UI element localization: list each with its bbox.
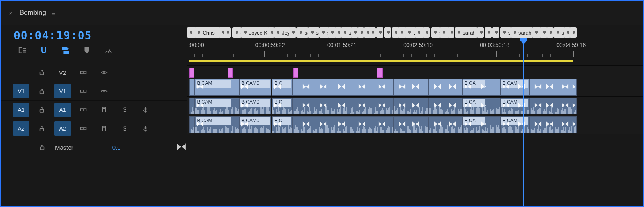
clip[interactable]: B CAM [500,98,530,114]
clip[interactable]: B C [272,98,292,114]
sync-lock-icon[interactable] [78,123,89,134]
clip[interactable]: B CAM [500,116,530,133]
master-value[interactable]: 0.0 [112,144,121,151]
track-target-a2[interactable]: A2 [54,121,71,136]
clip[interactable]: B CA [462,79,486,96]
marker-chip[interactable] [423,27,430,38]
clip[interactable] [292,79,393,96]
work-area-bar[interactable] [189,60,573,62]
clip[interactable]: B CAM0 [239,79,271,96]
clip[interactable] [232,98,239,114]
close-icon[interactable]: × [9,10,12,16]
clip[interactable] [189,79,195,96]
marker-chip[interactable]: s [431,27,440,38]
marker-chip[interactable] [289,27,296,38]
clip[interactable] [232,116,239,133]
time-ruler[interactable]: :00:0000:00:59:2200:01:59:2100:02:59:190… [187,40,643,65]
marker-chip[interactable] [546,27,554,38]
timeline-body[interactable]: CChrisJJoyce KJoysasasssaLLiLsssarahsasa… [187,25,643,206]
source-patch-a2[interactable]: A2 [13,121,29,136]
marker-chip[interactable] [492,27,499,38]
clip[interactable] [393,116,429,133]
clip[interactable] [377,68,383,78]
track-lane-v1[interactable]: B CAMB CAM0B CB CAB CAM [187,78,643,96]
track-lane-v2[interactable] [187,65,643,78]
solo-button[interactable]: S [123,106,126,113]
eye-icon[interactable] [98,86,110,97]
clip[interactable]: B C [272,116,292,133]
clip[interactable] [393,79,429,96]
voiceover-icon[interactable] [140,104,151,115]
clip[interactable] [189,116,195,133]
clip[interactable]: B CAM [194,98,232,114]
clip[interactable] [486,98,501,114]
clip[interactable]: B CAM0 [239,98,271,114]
playhead[interactable] [523,40,524,206]
marker-chip[interactable] [369,27,376,38]
clip[interactable]: B CAM0 [239,116,271,133]
marker-chip[interactable]: J [232,27,242,38]
clip[interactable] [529,116,576,133]
clip[interactable] [292,116,393,133]
solo-button[interactable]: S [123,125,126,132]
clip[interactable] [529,98,576,114]
clip[interactable] [189,68,195,78]
current-timecode[interactable]: 00:04:19:05 [14,29,92,42]
eye-icon[interactable] [98,67,110,78]
panel-menu-icon[interactable]: ≡ [52,10,56,16]
clip[interactable] [429,116,462,133]
marker-chip[interactable] [569,27,577,38]
clip[interactable]: B CAM [194,79,232,96]
settings-icon[interactable] [104,45,113,55]
linked-selection-icon[interactable] [61,45,70,55]
clip[interactable] [486,79,501,96]
clip[interactable] [393,98,429,114]
marker-chip[interactable]: sarah [455,27,477,38]
marker-chip[interactable]: sa [341,27,352,38]
clip[interactable] [429,98,462,114]
marker-chip[interactable]: sa [500,27,512,38]
clip[interactable] [529,79,576,96]
sync-lock-icon[interactable] [78,86,89,97]
clip[interactable] [429,79,462,96]
mute-button[interactable]: M [102,106,106,113]
clip[interactable] [292,98,393,114]
clip[interactable] [232,79,239,96]
clip[interactable] [189,98,195,114]
track-target-a1[interactable]: A1 [54,103,71,117]
track-lane-a1[interactable]: B CAMB CAM0B CB CAB CAM [187,96,643,115]
nest-icon[interactable] [18,45,27,55]
clip[interactable]: B CA [462,98,486,114]
clip[interactable]: B CA [462,116,486,133]
marker-chip[interactable] [384,27,391,38]
clip[interactable] [293,68,299,78]
mute-button[interactable]: M [102,125,106,132]
marker-chip[interactable] [477,27,484,38]
source-patch-v1[interactable]: V1 [13,84,29,98]
track-label-v2[interactable]: V2 [59,69,66,76]
lock-icon[interactable] [36,104,47,115]
sequence-title[interactable]: Bombing [20,9,46,17]
marker-chip[interactable]: sa [554,27,565,38]
lock-icon[interactable] [36,123,47,134]
clip[interactable]: B CAM [194,116,232,133]
marker-chip[interactable]: Joyce K [241,27,269,38]
marker-chip[interactable] [376,27,383,38]
sync-lock-icon[interactable] [78,104,89,115]
track-lane-a2[interactable]: B CAMB CAM0B CB CAB CAM [187,115,643,134]
marker-row[interactable]: CChrisJJoyce KJoysasasssaLLiLsssarahsasa… [187,25,643,40]
lock-icon[interactable] [36,86,47,97]
marker-chip[interactable]: sa [296,27,308,38]
marker-chip[interactable] [485,27,492,38]
marker-icon[interactable] [82,45,92,55]
track-target-v1[interactable]: V1 [54,84,71,98]
voiceover-icon[interactable] [140,123,151,134]
sync-lock-icon[interactable] [78,67,89,78]
clip[interactable] [228,68,233,78]
marker-chip[interactable]: Joy [274,27,291,38]
marker-chip[interactable] [224,27,231,38]
lock-icon[interactable] [37,142,48,153]
marker-chip[interactable]: sarah [510,27,533,38]
marker-chip[interactable]: Chris [194,27,220,38]
snap-icon[interactable] [39,45,49,55]
